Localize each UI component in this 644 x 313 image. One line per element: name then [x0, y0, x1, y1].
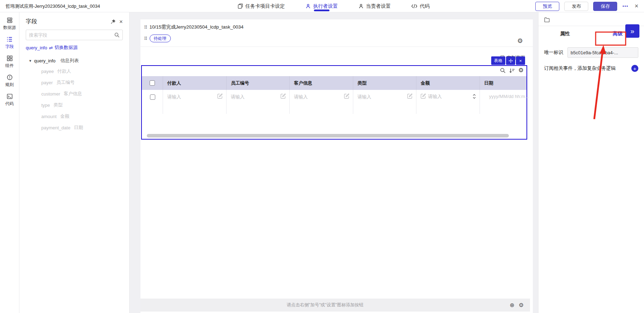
field-name: type	[41, 103, 50, 108]
rail-item-components[interactable]: 组件	[5, 55, 14, 69]
field-label: 类型	[54, 102, 63, 108]
tab-properties[interactable]: 属性	[538, 31, 591, 37]
move-icon[interactable]	[506, 56, 515, 65]
field-name: amount	[41, 114, 56, 119]
rail-item-rules[interactable]: 规则	[5, 74, 14, 88]
tab-owner-setting[interactable]: 当责者设置	[358, 0, 391, 12]
properties-panel: 属性 高级 唯一标识 b5c01e9a-5fca-8ba4-... 订阅相关事件…	[538, 12, 644, 313]
table-search-icon[interactable]	[500, 68, 506, 73]
tab-task-card-setting[interactable]: 任务卡项目卡设定	[237, 0, 285, 12]
column-header: 员工编号	[227, 76, 290, 90]
tree-field-customer[interactable]: customer 客户信息	[19, 88, 129, 99]
tree-node-query-info[interactable]: ▾ query_info 信息列表	[19, 56, 129, 66]
footer-settings-gear-icon[interactable]: ⚙	[519, 302, 524, 308]
tree-field-amount[interactable]: amount 金额	[19, 111, 129, 122]
select-all-checkbox[interactable]	[150, 80, 155, 86]
column-header: 付款人	[163, 76, 227, 90]
table-header-row: 付款人 员工编号 客户信息 类型 金额 日期	[142, 76, 526, 90]
table-settings-gear-icon[interactable]: ⚙	[518, 67, 524, 73]
subscribe-hint-text: 订阅相关事件，添加复杂业务逻辑	[544, 65, 628, 72]
input-placeholder: 请输入	[231, 93, 245, 100]
list-icon	[7, 36, 13, 42]
tab-executor-setting[interactable]: 执行者设置	[305, 0, 338, 12]
tree-node-name: query_info	[34, 58, 56, 63]
row-checkbox[interactable]	[150, 94, 155, 100]
table-tools: ⚙	[500, 67, 524, 73]
unique-id-row: 唯一标识 b5c01e9a-5fca-8ba4-...	[544, 47, 638, 58]
search-icon[interactable]	[114, 32, 120, 38]
tab-label: 代码	[420, 3, 429, 10]
rail-item-label: 规则	[5, 82, 14, 88]
add-button-icon[interactable]: ⊕	[510, 302, 514, 308]
column-header: 客户信息	[290, 76, 353, 90]
terminal-icon	[7, 93, 13, 99]
tree-field-type[interactable]: type 类型	[19, 99, 129, 111]
rail-item-label: 代码	[5, 101, 14, 107]
field-tree: ▾ query_info 信息列表 payee 付款人 payer 员工编号 c…	[19, 56, 129, 133]
tree-field-payer[interactable]: payer 员工编号	[19, 77, 129, 88]
field-search-box	[26, 30, 123, 40]
field-label: 付款人	[57, 68, 71, 74]
tab-code[interactable]: 代码	[411, 0, 429, 12]
customer-input[interactable]: 请输入	[294, 93, 349, 100]
alert-circle-icon	[7, 74, 13, 80]
top-bar: 哲玮测试应用-Jerry20230504_lcdp_task_0034 任务卡项…	[0, 0, 644, 12]
column-header: 金额	[416, 76, 480, 90]
footer-hint-text: 请点击右侧"加号"或"设置"图标添加按钮	[140, 302, 510, 308]
code-icon	[411, 4, 417, 8]
column-header: 类型	[353, 76, 416, 90]
pin-icon[interactable]	[110, 19, 116, 24]
rail-item-label: 组件	[5, 63, 14, 69]
rail-item-fields[interactable]: 字段	[5, 36, 14, 50]
unique-id-label: 唯一标识	[544, 49, 563, 56]
table-sort-icon[interactable]	[509, 68, 515, 73]
tree-field-payee[interactable]: payee 付款人	[19, 66, 129, 77]
publish-button[interactable]: 发布	[564, 2, 588, 11]
tree-node-label: 信息列表	[60, 57, 79, 64]
unique-id-input[interactable]: b5c01e9a-5fca-8ba4-...	[567, 47, 638, 58]
collapse-panel-icon[interactable]: »	[625, 24, 639, 38]
card-title: 10/15需完成Jerry20230504_lcdp_task_0034	[150, 24, 243, 30]
component-close-icon[interactable]: ×	[516, 56, 525, 65]
horizontal-scrollbar[interactable]	[147, 134, 509, 137]
component-tag: 表格	[491, 56, 505, 65]
component-folder-icon	[544, 17, 644, 22]
caret-down-icon[interactable]: ▾	[29, 59, 31, 63]
close-icon[interactable]: ×	[633, 2, 640, 10]
data-table: 付款人 员工编号 客户信息 类型 金额 日期 请输入 请输入	[142, 76, 526, 114]
card-settings-gear-icon[interactable]: ⚙	[517, 37, 523, 45]
table-component-selection[interactable]: ⚙ 付款人 员工编号 客户信息 类型 金额 日期 请输入	[141, 65, 527, 140]
preview-button[interactable]: 预览	[535, 2, 559, 11]
field-name: payment_date	[41, 125, 70, 130]
field-label: 客户信息	[64, 91, 82, 97]
subscribe-events-row: 订阅相关事件，添加复杂业务逻辑 +	[544, 65, 638, 72]
status-badge[interactable]: 待处理	[150, 35, 171, 42]
save-button[interactable]: 保存	[593, 2, 617, 11]
field-name: payee	[41, 69, 54, 74]
rail-item-datasource[interactable]: 数据源	[3, 17, 16, 31]
field-label: 金额	[60, 113, 69, 119]
rail-item-code[interactable]: 代码	[5, 93, 14, 107]
payee-input[interactable]: 请输入	[167, 93, 223, 100]
amount-input[interactable]: 请输入	[421, 93, 476, 100]
drag-handle-icon[interactable]: ⠿	[144, 25, 147, 30]
tab-label: 任务卡项目卡设定	[245, 3, 285, 10]
field-label: 员工编号	[56, 79, 75, 86]
drag-handle-icon[interactable]: ⠿	[144, 36, 147, 41]
type-input[interactable]: 请输入	[357, 93, 413, 100]
rail-item-label: 数据源	[3, 25, 16, 31]
user-icon	[358, 4, 363, 9]
panel-close-icon[interactable]: ×	[119, 18, 123, 25]
more-menu-icon[interactable]: ⋯	[622, 3, 628, 10]
payer-input[interactable]: 请输入	[231, 93, 286, 100]
switch-datasource-link[interactable]: query_info ⇌ 切换数据源	[26, 44, 123, 51]
swap-icon: ⇌	[49, 45, 53, 50]
number-stepper-icon[interactable]	[473, 93, 476, 99]
tree-field-payment-date[interactable]: payment_date 日期	[19, 122, 129, 133]
add-event-icon[interactable]: +	[631, 65, 638, 72]
edit-icon	[421, 93, 426, 99]
cards-icon	[237, 4, 243, 9]
field-search-input[interactable]	[29, 32, 114, 38]
date-input[interactable]: yyyy/MM/dd hh:m...	[484, 93, 529, 99]
component-tagbar: 表格 ×	[491, 56, 525, 65]
